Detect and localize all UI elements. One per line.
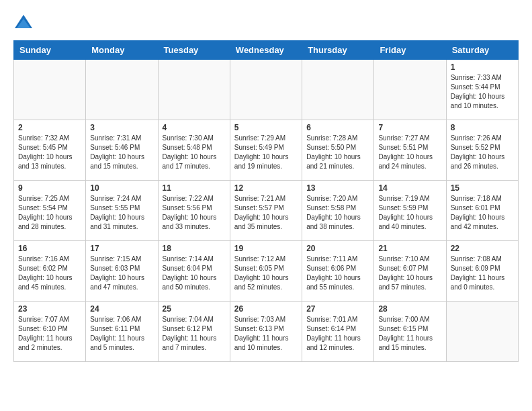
calendar-day-cell: 1Sunrise: 7:33 AM Sunset: 5:44 PM Daylig… (446, 60, 518, 120)
day-info: Sunrise: 7:28 AM Sunset: 5:50 PM Dayligh… (306, 134, 369, 171)
day-number: 3 (90, 123, 153, 132)
day-info: Sunrise: 7:08 AM Sunset: 6:09 PM Dayligh… (451, 255, 514, 292)
calendar-day-cell: 3Sunrise: 7:31 AM Sunset: 5:46 PM Daylig… (86, 120, 158, 181)
calendar-day-cell: 21Sunrise: 7:10 AM Sunset: 6:07 PM Dayli… (374, 241, 446, 302)
calendar-body: 1Sunrise: 7:33 AM Sunset: 5:44 PM Daylig… (14, 60, 519, 362)
day-number: 7 (378, 123, 441, 132)
day-number: 8 (451, 123, 514, 132)
day-number: 17 (90, 244, 153, 253)
calendar-day-cell: 22Sunrise: 7:08 AM Sunset: 6:09 PM Dayli… (446, 241, 518, 302)
day-number: 13 (306, 183, 369, 193)
day-number: 22 (451, 244, 514, 253)
day-number: 15 (451, 183, 514, 193)
weekday-header-monday: Monday (86, 41, 158, 60)
calendar-week-row: 9Sunrise: 7:25 AM Sunset: 5:54 PM Daylig… (14, 181, 519, 241)
day-number: 12 (234, 183, 298, 193)
weekday-header-saturday: Saturday (446, 41, 518, 60)
day-info: Sunrise: 7:00 AM Sunset: 6:15 PM Dayligh… (378, 315, 441, 353)
calendar-day-cell (446, 302, 518, 362)
calendar-day-cell: 7Sunrise: 7:27 AM Sunset: 5:51 PM Daylig… (374, 120, 446, 181)
day-info: Sunrise: 7:27 AM Sunset: 5:51 PM Dayligh… (378, 134, 441, 171)
day-info: Sunrise: 7:24 AM Sunset: 5:55 PM Dayligh… (90, 194, 153, 232)
day-number: 10 (90, 183, 153, 193)
weekday-header-row: SundayMondayTuesdayWednesdayThursdayFrid… (14, 41, 519, 60)
day-info: Sunrise: 7:01 AM Sunset: 6:14 PM Dayligh… (306, 315, 369, 353)
logo-icon (13, 13, 34, 34)
day-number: 18 (163, 244, 226, 253)
day-number: 27 (306, 304, 369, 314)
calendar-day-cell: 8Sunrise: 7:26 AM Sunset: 5:52 PM Daylig… (446, 120, 518, 181)
calendar-day-cell (230, 60, 302, 120)
calendar-table: SundayMondayTuesdayWednesdayThursdayFrid… (13, 40, 519, 362)
calendar-week-row: 23Sunrise: 7:07 AM Sunset: 6:10 PM Dayli… (14, 302, 519, 362)
calendar-day-cell: 15Sunrise: 7:18 AM Sunset: 6:01 PM Dayli… (446, 181, 518, 241)
day-info: Sunrise: 7:06 AM Sunset: 6:11 PM Dayligh… (90, 315, 153, 353)
day-info: Sunrise: 7:20 AM Sunset: 5:58 PM Dayligh… (306, 194, 369, 232)
day-number: 16 (18, 244, 81, 253)
day-number: 25 (163, 304, 226, 314)
day-number: 6 (306, 123, 369, 132)
day-info: Sunrise: 7:11 AM Sunset: 6:06 PM Dayligh… (306, 255, 369, 292)
calendar-day-cell (158, 60, 230, 120)
calendar-week-row: 16Sunrise: 7:16 AM Sunset: 6:02 PM Dayli… (14, 241, 519, 302)
day-number: 4 (163, 123, 226, 132)
day-number: 21 (378, 244, 441, 253)
day-info: Sunrise: 7:12 AM Sunset: 6:05 PM Dayligh… (234, 255, 298, 292)
day-info: Sunrise: 7:30 AM Sunset: 5:48 PM Dayligh… (163, 134, 226, 171)
header (13, 13, 519, 34)
calendar-day-cell: 24Sunrise: 7:06 AM Sunset: 6:11 PM Dayli… (86, 302, 158, 362)
calendar-day-cell (302, 60, 374, 120)
calendar-day-cell: 10Sunrise: 7:24 AM Sunset: 5:55 PM Dayli… (86, 181, 158, 241)
day-number: 11 (163, 183, 226, 193)
calendar-day-cell: 11Sunrise: 7:22 AM Sunset: 5:56 PM Dayli… (158, 181, 230, 241)
calendar-day-cell: 12Sunrise: 7:21 AM Sunset: 5:57 PM Dayli… (230, 181, 302, 241)
day-info: Sunrise: 7:03 AM Sunset: 6:13 PM Dayligh… (234, 315, 298, 353)
weekday-header-sunday: Sunday (14, 41, 86, 60)
calendar-day-cell (374, 60, 446, 120)
day-info: Sunrise: 7:33 AM Sunset: 5:44 PM Dayligh… (451, 73, 514, 111)
calendar-header: SundayMondayTuesdayWednesdayThursdayFrid… (14, 41, 519, 60)
day-info: Sunrise: 7:22 AM Sunset: 5:56 PM Dayligh… (163, 194, 226, 232)
day-info: Sunrise: 7:21 AM Sunset: 5:57 PM Dayligh… (234, 194, 298, 232)
day-number: 14 (378, 183, 441, 193)
calendar-day-cell: 17Sunrise: 7:15 AM Sunset: 6:03 PM Dayli… (86, 241, 158, 302)
day-info: Sunrise: 7:26 AM Sunset: 5:52 PM Dayligh… (451, 134, 514, 171)
day-info: Sunrise: 7:31 AM Sunset: 5:46 PM Dayligh… (90, 134, 153, 171)
calendar-day-cell: 2Sunrise: 7:32 AM Sunset: 5:45 PM Daylig… (14, 120, 86, 181)
day-number: 5 (234, 123, 298, 132)
calendar-week-row: 2Sunrise: 7:32 AM Sunset: 5:45 PM Daylig… (14, 120, 519, 181)
weekday-header-tuesday: Tuesday (158, 41, 230, 60)
weekday-header-wednesday: Wednesday (230, 41, 302, 60)
day-info: Sunrise: 7:14 AM Sunset: 6:04 PM Dayligh… (163, 255, 226, 292)
logo (13, 13, 36, 34)
day-number: 2 (18, 123, 81, 132)
day-info: Sunrise: 7:10 AM Sunset: 6:07 PM Dayligh… (378, 255, 441, 292)
day-info: Sunrise: 7:19 AM Sunset: 5:59 PM Dayligh… (378, 194, 441, 232)
day-info: Sunrise: 7:18 AM Sunset: 6:01 PM Dayligh… (451, 194, 514, 232)
day-number: 26 (234, 304, 298, 314)
weekday-header-friday: Friday (374, 41, 446, 60)
calendar-day-cell: 18Sunrise: 7:14 AM Sunset: 6:04 PM Dayli… (158, 241, 230, 302)
day-info: Sunrise: 7:07 AM Sunset: 6:10 PM Dayligh… (18, 315, 81, 353)
calendar-day-cell: 25Sunrise: 7:04 AM Sunset: 6:12 PM Dayli… (158, 302, 230, 362)
day-number: 24 (90, 304, 153, 314)
day-info: Sunrise: 7:25 AM Sunset: 5:54 PM Dayligh… (18, 194, 81, 232)
day-info: Sunrise: 7:15 AM Sunset: 6:03 PM Dayligh… (90, 255, 153, 292)
day-number: 28 (378, 304, 441, 314)
calendar-day-cell (14, 60, 86, 120)
calendar-day-cell: 19Sunrise: 7:12 AM Sunset: 6:05 PM Dayli… (230, 241, 302, 302)
day-number: 1 (451, 62, 514, 72)
calendar-day-cell: 6Sunrise: 7:28 AM Sunset: 5:50 PM Daylig… (302, 120, 374, 181)
calendar-day-cell (86, 60, 158, 120)
day-info: Sunrise: 7:32 AM Sunset: 5:45 PM Dayligh… (18, 134, 81, 171)
calendar-week-row: 1Sunrise: 7:33 AM Sunset: 5:44 PM Daylig… (14, 60, 519, 120)
calendar-day-cell: 26Sunrise: 7:03 AM Sunset: 6:13 PM Dayli… (230, 302, 302, 362)
calendar-day-cell: 9Sunrise: 7:25 AM Sunset: 5:54 PM Daylig… (14, 181, 86, 241)
calendar-day-cell: 5Sunrise: 7:29 AM Sunset: 5:49 PM Daylig… (230, 120, 302, 181)
calendar-day-cell: 28Sunrise: 7:00 AM Sunset: 6:15 PM Dayli… (374, 302, 446, 362)
weekday-header-thursday: Thursday (302, 41, 374, 60)
day-info: Sunrise: 7:16 AM Sunset: 6:02 PM Dayligh… (18, 255, 81, 292)
day-number: 23 (18, 304, 81, 314)
day-info: Sunrise: 7:04 AM Sunset: 6:12 PM Dayligh… (163, 315, 226, 353)
calendar-day-cell: 27Sunrise: 7:01 AM Sunset: 6:14 PM Dayli… (302, 302, 374, 362)
